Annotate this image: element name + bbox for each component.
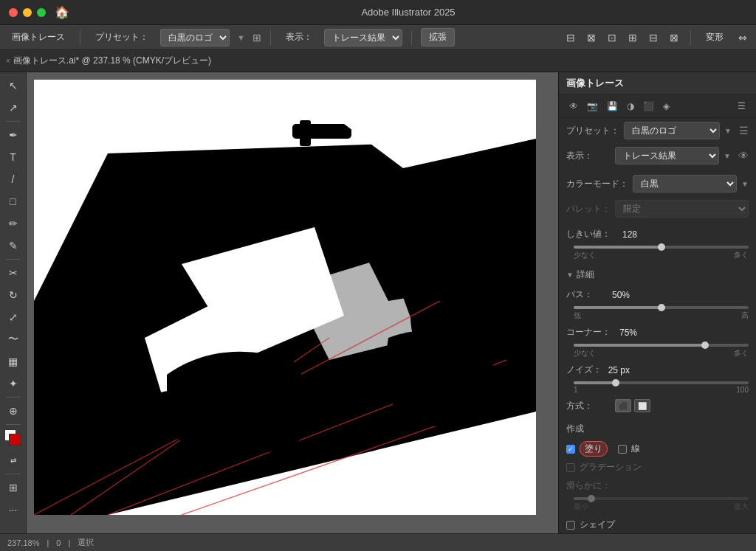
color-mode-dropdown-icon[interactable]: ▼ bbox=[741, 180, 749, 188]
color-mode-select[interactable]: 白黒 bbox=[633, 175, 737, 193]
status-sep-2: | bbox=[68, 538, 70, 547]
tool-sep-4 bbox=[6, 424, 21, 425]
corner-slider-labels: 少なく 多く bbox=[559, 348, 756, 360]
panel-menu-icon[interactable]: ☰ bbox=[735, 100, 749, 113]
right-panel: 画像トレース 👁 📷 💾 ◑ ⬛ ◈ ☰ プリセット： 白黒のロゴ ▼ ☰ 表示… bbox=[558, 72, 756, 533]
pen-tool[interactable]: ✒ bbox=[3, 125, 24, 145]
noise-slider-thumb[interactable] bbox=[612, 379, 619, 387]
preset-icon: ▼ bbox=[237, 33, 245, 42]
eyedropper-tool[interactable]: ✦ bbox=[3, 373, 24, 394]
status-sep-1: | bbox=[47, 538, 49, 547]
align-icon-4[interactable]: ⊞ bbox=[625, 30, 640, 45]
display-dropdown-icon[interactable]: ▼ bbox=[724, 152, 731, 160]
threshold-slider-thumb[interactable] bbox=[658, 243, 665, 251]
tab-close-btn[interactable]: × bbox=[6, 57, 10, 65]
line-checkbox[interactable] bbox=[618, 445, 627, 454]
svg-rect-8 bbox=[300, 120, 311, 146]
artboard-tool[interactable]: ⊞ bbox=[3, 477, 24, 498]
close-btn[interactable] bbox=[9, 8, 18, 17]
path-label: パス： bbox=[566, 288, 603, 301]
panel-icon-bw[interactable]: ◑ bbox=[624, 100, 637, 113]
method-icon-1[interactable]: ⬛ bbox=[615, 399, 631, 412]
tool-sep-1 bbox=[6, 121, 21, 122]
scissors-tool[interactable]: ✂ bbox=[3, 263, 24, 283]
display-row: 表示： トレース結果 ▼ 👁 bbox=[559, 143, 756, 168]
noise-label: ノイズ： bbox=[566, 364, 603, 376]
panel-icon-camera[interactable]: 📷 bbox=[584, 100, 601, 113]
panel-icon-eye[interactable]: 👁 bbox=[566, 100, 581, 113]
warp-tool[interactable]: 〜 bbox=[3, 329, 24, 350]
preset-select[interactable]: 白黒のロゴ bbox=[624, 122, 720, 139]
path-slider[interactable] bbox=[574, 306, 749, 309]
scale-tool[interactable]: ⤢ bbox=[3, 307, 24, 328]
left-toolbar: ↖ ↗ ✒ T / □ ✏ ✎ ✂ ↻ ⤢ 〜 ▦ ✦ ⊕ ⇄ ⊞ ··· bbox=[0, 72, 27, 533]
preset-more-icon[interactable]: ☰ bbox=[739, 125, 749, 136]
threshold-slider[interactable] bbox=[574, 246, 749, 249]
panel-icon-shape[interactable]: ◈ bbox=[660, 100, 673, 113]
threshold-label: しきい値： bbox=[566, 228, 611, 240]
shape-checkbox[interactable] bbox=[566, 521, 575, 530]
gradation-checkbox bbox=[566, 463, 575, 472]
menu-display-select[interactable]: トレース結果 bbox=[324, 29, 402, 46]
palette-label: パレット： bbox=[566, 203, 611, 215]
text-tool[interactable]: T bbox=[3, 147, 24, 167]
detail-section-header[interactable]: ▼ 詳細 bbox=[559, 265, 756, 285]
menu-preset-select[interactable]: 白黒のロゴ bbox=[160, 29, 230, 46]
traffic-lights[interactable] bbox=[9, 8, 46, 17]
menu-image-trace[interactable]: 画像トレース bbox=[6, 28, 71, 46]
gradient-tool[interactable]: ▦ bbox=[3, 351, 24, 372]
align-icon-5[interactable]: ⊟ bbox=[646, 30, 661, 45]
noise-slider[interactable] bbox=[574, 381, 749, 384]
create-section: 作成 bbox=[559, 419, 756, 439]
align-icon-1[interactable]: ⊟ bbox=[563, 30, 578, 45]
align-icon-2[interactable]: ⊠ bbox=[584, 30, 599, 45]
threshold-row: しきい値： 128 bbox=[559, 224, 756, 244]
fill-checkbox[interactable] bbox=[566, 445, 575, 454]
display-eye-icon[interactable]: 👁 bbox=[738, 150, 749, 162]
noise-row: ノイズ： 25 px bbox=[559, 360, 756, 380]
line-tool[interactable]: / bbox=[3, 169, 24, 190]
swap-colors-icon[interactable]: ⇄ bbox=[3, 450, 24, 471]
align-icon-6[interactable]: ⊠ bbox=[667, 30, 681, 45]
minimize-btn[interactable] bbox=[23, 8, 32, 17]
display-select[interactable]: トレース結果 bbox=[615, 147, 719, 164]
preset-settings-icon[interactable]: ⊞ bbox=[252, 32, 261, 44]
preset-row: プリセット： 白黒のロゴ ▼ ☰ bbox=[559, 118, 756, 143]
path-slider-thumb[interactable] bbox=[658, 304, 665, 311]
corner-slider-thumb[interactable] bbox=[701, 342, 709, 349]
corner-slider-container bbox=[559, 342, 756, 348]
status-zoom: 237.18% bbox=[7, 538, 39, 547]
canvas-area[interactable] bbox=[27, 72, 558, 533]
shape-label: シェイプ bbox=[580, 519, 615, 531]
more-tools[interactable]: ··· bbox=[3, 499, 24, 520]
color-swatches[interactable] bbox=[4, 429, 22, 447]
threshold-max-label: 多く bbox=[734, 250, 749, 260]
direct-select-tool[interactable]: ↗ bbox=[3, 97, 24, 118]
canvas-svg bbox=[34, 80, 536, 515]
create-label: 作成 bbox=[566, 423, 611, 435]
smooth-row: 滑らかに： bbox=[559, 476, 756, 496]
preset-dropdown-icon[interactable]: ▼ bbox=[724, 127, 732, 135]
panel-icon-color[interactable]: ⬛ bbox=[640, 100, 657, 113]
smooth-slider bbox=[574, 497, 749, 500]
method-icon-2[interactable]: ⬜ bbox=[634, 399, 650, 412]
align-icon-3[interactable]: ⊡ bbox=[605, 30, 619, 45]
transform-icon[interactable]: ⇔ bbox=[735, 30, 750, 45]
menu-display-label: 表示： bbox=[280, 28, 318, 46]
rect-tool[interactable]: □ bbox=[3, 191, 24, 212]
palette-row: パレット： 限定 bbox=[559, 196, 756, 221]
panel-icon-save[interactable]: 💾 bbox=[604, 100, 621, 113]
menu-transform[interactable]: 変形 bbox=[700, 28, 729, 46]
corner-slider[interactable] bbox=[574, 344, 749, 347]
rotate-tool[interactable]: ↻ bbox=[3, 285, 24, 305]
titlebar: 🏠 Adobe Illustrator 2025 bbox=[0, 0, 756, 25]
brush-tool[interactable]: ✏ bbox=[3, 213, 24, 234]
corner-max-label: 多く bbox=[734, 348, 749, 358]
zoom-tool[interactable]: ⊕ bbox=[3, 401, 24, 421]
expand-button[interactable]: 拡張 bbox=[421, 28, 455, 46]
select-tool[interactable]: ↖ bbox=[3, 75, 24, 96]
path-max-label: 高 bbox=[741, 311, 749, 321]
maximize-btn[interactable] bbox=[37, 8, 46, 17]
corner-slider-fill bbox=[574, 344, 705, 347]
pencil-tool[interactable]: ✎ bbox=[3, 235, 24, 256]
